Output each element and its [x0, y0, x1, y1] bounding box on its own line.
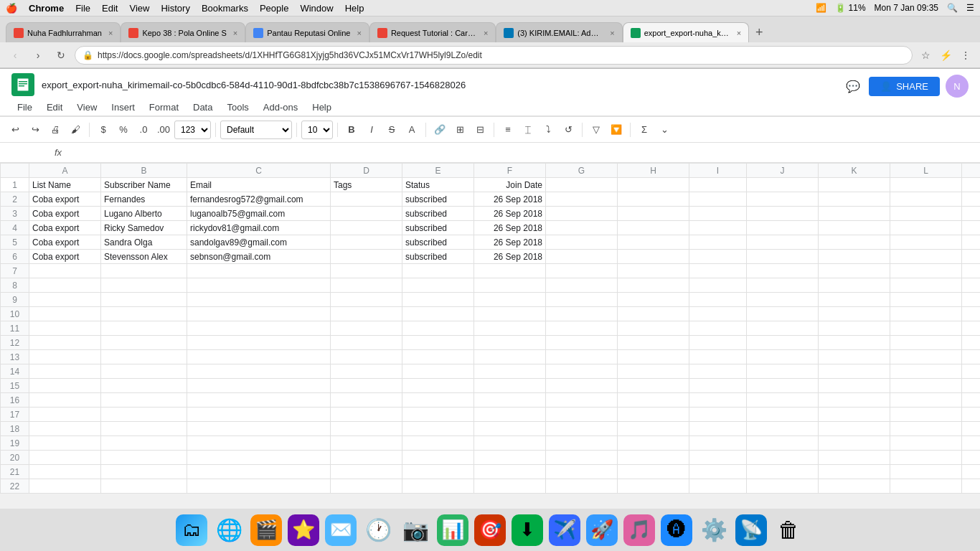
- borders-button[interactable]: ⊞: [451, 121, 469, 139]
- dock-airmail[interactable]: ✈️: [549, 514, 580, 546]
- cell-r11c1[interactable]: [29, 321, 101, 336]
- cell-r16c4[interactable]: [331, 393, 402, 408]
- cell-r16c12[interactable]: [890, 393, 962, 408]
- cell-r14c3[interactable]: [187, 364, 331, 379]
- cell-r1c7[interactable]: [546, 178, 618, 192]
- wrap-button[interactable]: ⤵: [539, 121, 557, 139]
- cell-r13c12[interactable]: [890, 350, 962, 364]
- cell-r8c2[interactable]: [101, 278, 187, 293]
- cell-r9c13[interactable]: [962, 293, 981, 307]
- cell-r17c6[interactable]: [474, 408, 546, 422]
- cell-r18c3[interactable]: [187, 422, 331, 436]
- cell-r20c6[interactable]: [474, 451, 546, 465]
- expand-button[interactable]: ⌄: [655, 121, 674, 139]
- sheets-menu-file[interactable]: File: [11, 99, 38, 116]
- row-header-15[interactable]: 15: [1, 379, 29, 393]
- cell-r2c7[interactable]: [546, 192, 618, 207]
- dock-vlc[interactable]: 🎬: [250, 514, 282, 546]
- cell-r9c1[interactable]: [29, 293, 101, 307]
- cell-r15c11[interactable]: [819, 379, 890, 393]
- cell-r21c11[interactable]: [819, 465, 890, 479]
- cell-r10c13[interactable]: [962, 307, 981, 321]
- cell-r20c10[interactable]: [747, 451, 819, 465]
- tab-close-6[interactable]: ×: [737, 29, 741, 37]
- cell-r3c5[interactable]: subscribed: [402, 207, 474, 221]
- cell-r11c2[interactable]: [101, 321, 187, 336]
- cell-r2c4[interactable]: [331, 192, 402, 207]
- notification-icon[interactable]: ☰: [966, 3, 974, 13]
- cell-r15c9[interactable]: [689, 379, 747, 393]
- cell-r12c9[interactable]: [689, 336, 747, 350]
- cell-r6c6[interactable]: 26 Sep 2018: [474, 250, 546, 264]
- cell-r13c9[interactable]: [689, 350, 747, 364]
- cell-r1c12[interactable]: [890, 178, 962, 192]
- cell-r6c10[interactable]: [747, 250, 819, 264]
- cell-r18c6[interactable]: [474, 422, 546, 436]
- cell-r13c13[interactable]: [962, 350, 981, 364]
- dock-teamviewer[interactable]: 📡: [735, 514, 767, 546]
- cell-r14c9[interactable]: [689, 364, 747, 379]
- cell-r20c9[interactable]: [689, 451, 747, 465]
- cell-r17c10[interactable]: [747, 408, 819, 422]
- cell-r21c7[interactable]: [546, 465, 618, 479]
- cell-r9c8[interactable]: [618, 293, 689, 307]
- tab-close-2[interactable]: ×: [233, 29, 237, 37]
- sheets-menu-help[interactable]: Help: [306, 99, 337, 116]
- cell-r17c13[interactable]: [962, 408, 981, 422]
- cell-r5c5[interactable]: subscribed: [402, 235, 474, 250]
- cell-r17c7[interactable]: [546, 408, 618, 422]
- cell-r20c2[interactable]: [101, 451, 187, 465]
- cell-r20c3[interactable]: [187, 451, 331, 465]
- cell-r2c9[interactable]: [689, 192, 747, 207]
- cell-r18c7[interactable]: [546, 422, 618, 436]
- tab-close-5[interactable]: ×: [610, 29, 614, 37]
- cell-r1c4[interactable]: Tags: [331, 178, 402, 192]
- cell-r14c11[interactable]: [819, 364, 890, 379]
- cell-r1c11[interactable]: [819, 178, 890, 192]
- row-header-8[interactable]: 8: [1, 278, 29, 293]
- bookmark-star-icon[interactable]: ☆: [917, 47, 934, 64]
- cell-r2c8[interactable]: [618, 192, 689, 207]
- cell-r2c12[interactable]: [890, 192, 962, 207]
- cell-r22c11[interactable]: [819, 479, 890, 494]
- cell-r6c7[interactable]: [546, 250, 618, 264]
- row-header-19[interactable]: 19: [1, 436, 29, 451]
- print-button[interactable]: 🖨: [46, 121, 65, 139]
- cell-r8c6[interactable]: [474, 278, 546, 293]
- cell-r15c3[interactable]: [187, 379, 331, 393]
- cell-r15c4[interactable]: [331, 379, 402, 393]
- cell-r1c9[interactable]: [689, 178, 747, 192]
- dock-appstore[interactable]: 🅐: [661, 514, 692, 546]
- cell-r16c9[interactable]: [689, 393, 747, 408]
- extensions-icon[interactable]: ⚡: [937, 47, 954, 64]
- col-header-m[interactable]: M: [962, 164, 981, 178]
- cell-r9c2[interactable]: [101, 293, 187, 307]
- cell-r8c12[interactable]: [890, 278, 962, 293]
- cell-r12c5[interactable]: [402, 336, 474, 350]
- cell-r9c7[interactable]: [546, 293, 618, 307]
- cell-r10c7[interactable]: [546, 307, 618, 321]
- font-select[interactable]: Default: [220, 121, 292, 139]
- cell-r3c9[interactable]: [689, 207, 747, 221]
- row-header-2[interactable]: 2: [1, 192, 29, 207]
- cell-r21c13[interactable]: [962, 465, 981, 479]
- cell-r8c1[interactable]: [29, 278, 101, 293]
- cell-r21c1[interactable]: [29, 465, 101, 479]
- cell-r21c5[interactable]: [402, 465, 474, 479]
- cell-r19c8[interactable]: [618, 436, 689, 451]
- cell-r4c3[interactable]: rickydov81@gmail.com: [187, 221, 331, 235]
- row-header-5[interactable]: 5: [1, 235, 29, 250]
- cell-r3c4[interactable]: [331, 207, 402, 221]
- menu-view[interactable]: View: [129, 3, 149, 14]
- cell-r10c1[interactable]: [29, 307, 101, 321]
- row-header-17[interactable]: 17: [1, 408, 29, 422]
- user-avatar[interactable]: N: [946, 75, 969, 98]
- col-header-h[interactable]: H: [618, 164, 689, 178]
- font-size-select[interactable]: 10: [301, 121, 333, 139]
- cell-r12c13[interactable]: [962, 336, 981, 350]
- cell-r22c1[interactable]: [29, 479, 101, 494]
- cell-r11c6[interactable]: [474, 321, 546, 336]
- cell-r9c3[interactable]: [187, 293, 331, 307]
- cell-r16c7[interactable]: [546, 393, 618, 408]
- cell-r6c11[interactable]: [819, 250, 890, 264]
